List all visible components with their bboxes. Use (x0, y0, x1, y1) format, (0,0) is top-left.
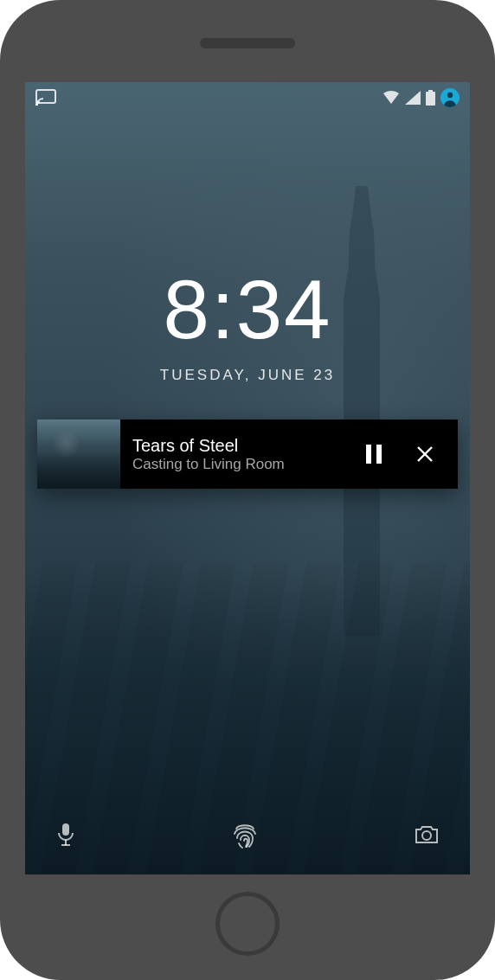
status-bar (25, 82, 470, 113)
clock-time: 8:34 (25, 268, 470, 351)
speaker-grille (200, 38, 295, 48)
home-button[interactable] (215, 892, 280, 956)
bottom-bar (25, 814, 470, 855)
media-thumbnail (37, 420, 120, 489)
status-right (382, 88, 460, 107)
svg-rect-10 (62, 823, 69, 836)
media-subtitle: Casting to Living Room (132, 456, 352, 473)
profile-icon[interactable] (440, 88, 460, 107)
svg-rect-3 (426, 92, 435, 106)
clock-area: 8:34 TUESDAY, JUNE 23 (25, 268, 470, 384)
fingerprint-icon (232, 821, 258, 849)
device-frame: 8:34 TUESDAY, JUNE 23 Tears of Steel Cas… (0, 0, 495, 980)
cast-icon (35, 89, 56, 106)
fingerprint-button[interactable] (225, 814, 265, 855)
media-text: Tears of Steel Casting to Living Room (120, 420, 352, 489)
wifi-icon (382, 91, 400, 105)
close-icon (416, 445, 434, 463)
svg-rect-7 (376, 445, 382, 464)
svg-rect-6 (366, 445, 371, 464)
media-notification[interactable]: Tears of Steel Casting to Living Room (37, 420, 458, 489)
cell-signal-icon (405, 91, 421, 105)
mic-icon (56, 823, 75, 847)
media-title: Tears of Steel (132, 436, 352, 456)
svg-point-1 (36, 104, 38, 106)
pause-button[interactable] (361, 439, 387, 469)
svg-rect-2 (428, 90, 433, 92)
clock-date: TUESDAY, JUNE 23 (25, 367, 470, 384)
svg-point-5 (447, 93, 453, 98)
battery-icon (426, 90, 435, 106)
lock-screen: 8:34 TUESDAY, JUNE 23 Tears of Steel Cas… (25, 82, 470, 874)
voice-assist-button[interactable] (49, 816, 82, 854)
camera-icon (415, 824, 439, 845)
media-actions (352, 420, 458, 489)
pause-icon (366, 445, 382, 464)
close-button[interactable] (411, 440, 439, 468)
camera-button[interactable] (408, 817, 446, 852)
svg-point-13 (422, 831, 431, 840)
